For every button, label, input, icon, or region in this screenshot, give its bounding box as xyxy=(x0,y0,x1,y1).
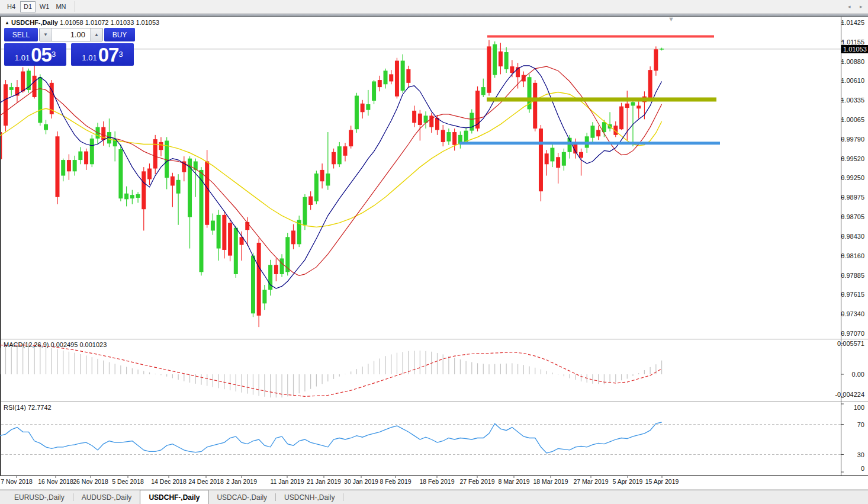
macd-bar xyxy=(558,374,558,375)
candle-body xyxy=(320,170,324,181)
candle-body xyxy=(124,194,128,200)
sell-price-pip: 3 xyxy=(52,46,56,63)
macd-bar xyxy=(17,345,17,374)
sell-button[interactable]: SELL xyxy=(4,28,38,41)
chart-tab-usdchf[interactable]: USDCHF-,Daily xyxy=(140,490,208,504)
macd-bar xyxy=(264,374,265,397)
volume-decrease-icon[interactable]: ▼ xyxy=(40,28,52,41)
chart-tab-eurusd[interactable]: EURUSD-,Daily xyxy=(6,490,73,504)
time-axis-label: 18 Feb 2019 xyxy=(420,478,455,485)
timeframe-toolbar: H4D1W1MN xyxy=(0,0,868,14)
macd-bar xyxy=(149,373,150,374)
price-tick-label: 1.00880 xyxy=(841,58,864,65)
timeframe-button-d1[interactable]: D1 xyxy=(20,1,36,12)
macd-bar xyxy=(575,374,576,380)
candle-body xyxy=(38,77,42,123)
candle-body xyxy=(412,111,416,123)
candle-body xyxy=(429,115,433,127)
candle-wick xyxy=(632,101,633,146)
candle-body xyxy=(619,107,623,130)
candle-body xyxy=(539,129,543,191)
time-axis-label: 11 Jan 2019 xyxy=(270,478,304,485)
volume-increase-icon[interactable]: ▲ xyxy=(90,28,102,41)
candle-body xyxy=(280,258,284,274)
buy-price-prefix: 1.01 xyxy=(82,52,97,64)
candle-body xyxy=(636,105,641,108)
macd-bar xyxy=(80,354,81,374)
macd-bar xyxy=(339,374,340,377)
candle-body xyxy=(90,139,94,164)
macd-bar xyxy=(368,364,368,374)
macd-bar xyxy=(293,374,294,395)
time-axis-label: 27 Feb 2019 xyxy=(460,478,495,485)
macd-bar xyxy=(52,348,52,374)
chart-tab-audusd[interactable]: AUDUSD-,Daily xyxy=(73,490,140,504)
volume-input[interactable] xyxy=(52,28,90,41)
chart-tab-usdcad[interactable]: USDCAD-,Daily xyxy=(208,490,275,504)
candle-body xyxy=(251,256,255,314)
timeframe-button-h4[interactable]: H4 xyxy=(4,1,19,12)
candle-body xyxy=(130,195,134,198)
sell-price-big: 05 xyxy=(31,46,52,64)
chart-tab-usdcnh[interactable]: USDCNH-,Daily xyxy=(276,490,343,504)
timeframe-button-mn[interactable]: MN xyxy=(53,1,69,12)
sell-price-quote[interactable]: 1.01053 xyxy=(4,43,66,66)
macd-bar xyxy=(259,374,259,396)
candle-body xyxy=(326,174,330,185)
candle-body xyxy=(147,169,152,179)
candle-body xyxy=(499,52,503,66)
collapse-panel-icon[interactable]: ▲ xyxy=(5,20,9,25)
candle-body xyxy=(199,170,203,272)
macd-bar xyxy=(523,365,524,374)
macd-bar xyxy=(494,364,495,374)
candle-body xyxy=(401,60,405,91)
candle-body xyxy=(0,132,2,159)
macd-bar xyxy=(69,352,69,374)
candle-body xyxy=(493,44,497,75)
macd-bar xyxy=(362,367,363,374)
price-tick-label: 1.00065 xyxy=(841,116,864,123)
timeframe-button-w1[interactable]: W1 xyxy=(37,1,52,12)
candle-body xyxy=(596,130,600,136)
time-axis-label: 26 Nov 2018 xyxy=(73,478,108,485)
time-axis-label: 18 Mar 2019 xyxy=(533,478,568,485)
macd-bar xyxy=(92,357,92,374)
macd-bar xyxy=(517,364,518,374)
macd-bar xyxy=(466,361,467,374)
candle-body xyxy=(366,104,370,110)
macd-bar xyxy=(120,365,121,374)
macd-bar xyxy=(75,353,75,374)
macd-bar xyxy=(541,370,541,374)
macd-bar xyxy=(385,356,385,374)
macd-bar xyxy=(500,364,501,374)
chart-header: ▲ USDCHF-,Daily 1.01058 1.01072 1.01033 … xyxy=(5,19,159,26)
macd-bar xyxy=(460,359,461,374)
macd-bar xyxy=(195,374,196,384)
candle-wick xyxy=(638,101,639,118)
tab-scroll-left-icon[interactable]: ◂ xyxy=(848,4,851,9)
price-tick-label: 0.97615 xyxy=(841,291,864,298)
candle-body xyxy=(67,160,71,171)
price-tick-label: 0.99250 xyxy=(841,174,864,181)
candle-body xyxy=(153,139,157,168)
buy-price-quote[interactable]: 1.01073 xyxy=(71,43,134,66)
macd-bar xyxy=(11,345,12,374)
candle-body xyxy=(159,142,163,150)
macd-tick-label: 0.005571 xyxy=(837,340,864,347)
macd-bar xyxy=(253,374,253,395)
macd-bar xyxy=(529,366,529,374)
candle-body xyxy=(274,265,278,274)
macd-bar xyxy=(535,368,535,374)
price-tick-label: 1.00335 xyxy=(841,97,864,104)
sell-price-prefix: 1.01 xyxy=(15,52,30,64)
candle-body xyxy=(303,197,307,225)
macd-bar xyxy=(230,374,230,390)
macd-bar xyxy=(592,374,593,384)
macd-bar xyxy=(247,374,247,394)
candle-body xyxy=(631,102,635,105)
tab-scroll-right-icon[interactable]: ▸ xyxy=(860,4,863,9)
macd-bar xyxy=(627,374,628,378)
buy-button[interactable]: BUY xyxy=(104,28,135,41)
candles-group xyxy=(0,40,664,328)
chart-canvas[interactable] xyxy=(0,0,868,504)
